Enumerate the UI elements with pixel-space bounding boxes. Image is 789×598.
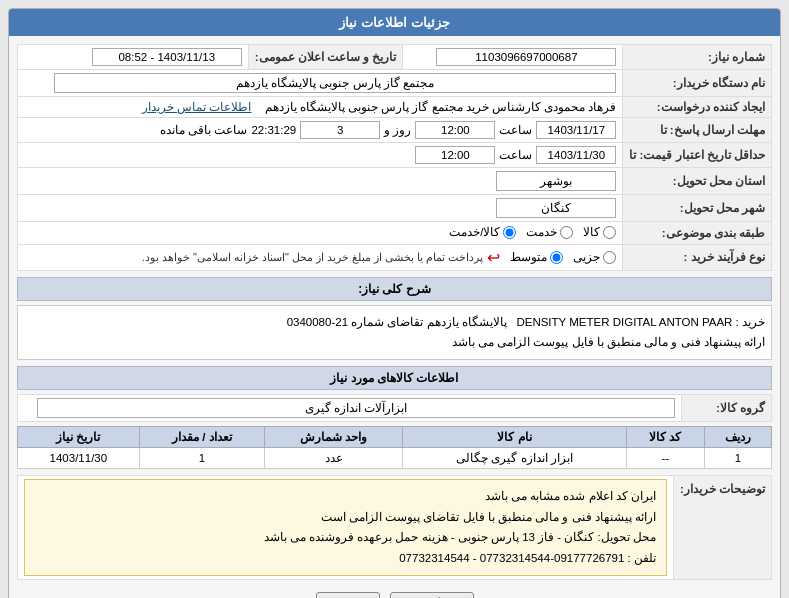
radio-khadamat[interactable]: خدمت xyxy=(526,225,573,239)
radio-kala-label: کالا xyxy=(583,225,600,239)
sharh-line1: خرید : DENSITY METER DIGITAL ANTON PAAR … xyxy=(24,312,765,333)
rooz-value: 3 xyxy=(300,121,380,139)
tozi-line2: ارائه پیشنهاد فنی و مالی منطبق با فایل ت… xyxy=(35,507,656,528)
cell-tarikh: 1403/11/30 xyxy=(18,447,140,468)
groupKala-label: گروه کالا: xyxy=(682,394,772,421)
tozi-table: توضیحات خریدار: ایران کد اعلام شده مشابه… xyxy=(17,475,772,580)
table-row: نوع فرآیند خرید : جزیی متوسط xyxy=(18,244,772,270)
page-header: جزئیات اطلاعات نیاز xyxy=(9,9,780,36)
ostan-label: استان محل تحویل: xyxy=(623,168,772,195)
items-table-header-row: ردیف کد کالا نام کالا واحد شمارش تعداد /… xyxy=(18,426,772,447)
tabaghe-label: طبقه بندی موضوعی: xyxy=(623,222,772,245)
table-row: شهر محل تحویل: کنگان xyxy=(18,195,772,222)
namDastgah-label: نام دستگاه خریدار: xyxy=(623,70,772,97)
radio-jozi-label: جزیی xyxy=(573,250,600,264)
radio-jozi[interactable]: جزیی xyxy=(573,250,616,264)
bazgasht-button[interactable]: بازگشت xyxy=(390,592,474,598)
radio-kala-input[interactable] xyxy=(603,226,616,239)
kala-section-header: اطلاعات کالاهای مورد نیاز xyxy=(17,366,772,390)
saat-remaining-label: ساعت باقی مانده xyxy=(160,123,247,137)
tarikhAelan-label: تاریخ و ساعت اعلان عمومی: xyxy=(248,45,403,70)
table-row: طبقه بندی موضوعی: کالا خدمت xyxy=(18,222,772,245)
tarikhErsal-label: مهلت ارسال پاسخ: تا xyxy=(623,118,772,143)
tozi-content: ایران کد اعلام شده مشابه می باشد ارائه پ… xyxy=(18,475,674,579)
kala-info-label: اطلاعات کالاهای مورد نیاز xyxy=(330,371,458,385)
tozi-line1: ایران کد اعلام شده مشابه می باشد xyxy=(35,486,656,507)
table-row: گروه کالا: ابزارآلات اندازه گیری xyxy=(18,394,772,421)
shomareNiaz-value: 1103096697000687 xyxy=(403,45,623,70)
ijadKonande-text: فرهاد محمودی کارشناس خرید مجتمع گاز پارس… xyxy=(265,101,617,113)
col-kodKala: کد کالا xyxy=(626,426,704,447)
tarikhErsal-value: 1403/11/17 ساعت 12:00 روز و 3 22:31:29 س… xyxy=(18,118,623,143)
namDastgah-value: مجتمع گاز پارس جنوبی پالایشگاه یازدهم xyxy=(18,70,623,97)
cell-radif: 1 xyxy=(704,447,771,468)
chap-button[interactable]: چاپ xyxy=(316,592,380,598)
info-table: شماره نیاز: 1103096697000687 تاریخ و ساع… xyxy=(17,44,772,271)
table-row: مهلت ارسال پاسخ: تا 1403/11/17 ساعت 12:0… xyxy=(18,118,772,143)
saat-label: ساعت xyxy=(499,123,532,137)
radio-khadamat-label: خدمت xyxy=(526,225,557,239)
table-row: استان محل تحویل: بوشهر xyxy=(18,168,772,195)
table-row: ایجاد کننده درخواست: فرهاد محمودی کارشنا… xyxy=(18,97,772,118)
tarikhAvar-value: 1403/11/30 ساعت 12:00 xyxy=(18,143,623,168)
col-tedad: تعداد / مقدار xyxy=(139,426,264,447)
shahr-label: شهر محل تحویل: xyxy=(623,195,772,222)
tarikhAvar-label: حداقل تاریخ اعتبار قیمت: تا xyxy=(623,143,772,168)
tarikhAvar-time: 12:00 xyxy=(415,146,495,164)
groupKala-input: ابزارآلات اندازه گیری xyxy=(37,398,675,418)
groupKala-value: ابزارآلات اندازه گیری xyxy=(18,394,682,421)
tabaghe-radios: کالا خدمت کالا/خدمت xyxy=(18,222,623,245)
sharh-content: خرید : DENSITY METER DIGITAL ANTON PAAR … xyxy=(17,305,772,360)
radio-kala-khadamat-label: کالا/خدمت xyxy=(449,225,500,239)
tarikhErsal-date: 1403/11/17 xyxy=(536,121,616,139)
cell-tedad: 1 xyxy=(139,447,264,468)
tozi-line3: محل تحویل: کنگان - فاز 13 پارس جنوبی - ه… xyxy=(35,527,656,548)
table-row: نام دستگاه خریدار: مجتمع گاز پارس جنوبی … xyxy=(18,70,772,97)
rooz-label: روز و xyxy=(384,123,411,137)
shahr-value: کنگان xyxy=(18,195,623,222)
red-arrow-icon: ↩ xyxy=(487,248,500,267)
radio-kala-khadamat[interactable]: کالا/خدمت xyxy=(449,225,516,239)
namDastgah-input: مجتمع گاز پارس جنوبی پالایشگاه یازدهم xyxy=(54,73,617,93)
ijadKonande-value: فرهاد محمودی کارشناس خرید مجتمع گاز پارس… xyxy=(18,97,623,118)
col-tarikh: تاریخ نیاز xyxy=(18,426,140,447)
radio-motevaset-label: متوسط xyxy=(510,250,547,264)
tozi-label: توضیحات خریدار: xyxy=(673,475,771,579)
noeFarayand-label: نوع فرآیند خرید : xyxy=(623,244,772,270)
cell-namKala: ابزار اندازه گیری چگالی xyxy=(403,447,627,468)
sharh-label: شرح کلی نیاز: xyxy=(358,282,431,296)
col-namKala: نام کالا xyxy=(403,426,627,447)
tozi-box: ایران کد اعلام شده مشابه می باشد ارائه پ… xyxy=(24,479,667,576)
farayand-note: پرداخت تمام یا بخشی از مبلغ خرید از محل … xyxy=(142,251,484,264)
tamas-kharidaar-link[interactable]: اطلاعات تماس خریدار xyxy=(142,101,251,113)
ostan-value: بوشهر xyxy=(18,168,623,195)
saat-ersal: 12:00 xyxy=(415,121,495,139)
tarikhAvar-date: 1403/11/30 xyxy=(536,146,616,164)
shomareNiaz-label: شماره نیاز: xyxy=(623,45,772,70)
tozi-phone: تلفن : 09177726791-07732314544 - 0773231… xyxy=(35,548,656,569)
saat-remaining-value: 22:31:29 xyxy=(251,124,296,136)
tarikhAelan-input: 1403/11/13 - 08:52 xyxy=(92,48,242,66)
noeFarayand-value: جزیی متوسط ↩ پرداخت تمام یا بخشی از مبلغ… xyxy=(18,244,623,270)
button-row: بازگشت چاپ xyxy=(17,588,772,598)
radio-motevaset[interactable]: متوسط xyxy=(510,250,563,264)
radio-jozi-input[interactable] xyxy=(603,251,616,264)
sharh-section-header: شرح کلی نیاز: xyxy=(17,277,772,301)
radio-kala-khadamat-input[interactable] xyxy=(503,226,516,239)
ijadKonande-label: ایجاد کننده درخواست: xyxy=(623,97,772,118)
radio-khadamat-input[interactable] xyxy=(560,226,573,239)
ostan-input: بوشهر xyxy=(496,171,616,191)
table-row: حداقل تاریخ اعتبار قیمت: تا 1403/11/30 س… xyxy=(18,143,772,168)
table-row: شماره نیاز: 1103096697000687 تاریخ و ساع… xyxy=(18,45,772,70)
shahr-input: کنگان xyxy=(496,198,616,218)
radio-motevaset-input[interactable] xyxy=(550,251,563,264)
col-vahedShomarash: واحد شمارش xyxy=(264,426,402,447)
radio-kala[interactable]: کالا xyxy=(583,225,616,239)
tarikhAelan-value: 1403/11/13 - 08:52 xyxy=(18,45,249,70)
sharh-line2: ارائه پیشنهاد فنی و مالی منطبق با فایل پ… xyxy=(24,332,765,353)
cell-vahedShomarash: عدد xyxy=(264,447,402,468)
group-kala-table: گروه کالا: ابزارآلات اندازه گیری xyxy=(17,394,772,422)
page-title: جزئیات اطلاعات نیاز xyxy=(339,15,449,30)
table-row: توضیحات خریدار: ایران کد اعلام شده مشابه… xyxy=(18,475,772,579)
saat-label2: ساعت xyxy=(499,148,532,162)
